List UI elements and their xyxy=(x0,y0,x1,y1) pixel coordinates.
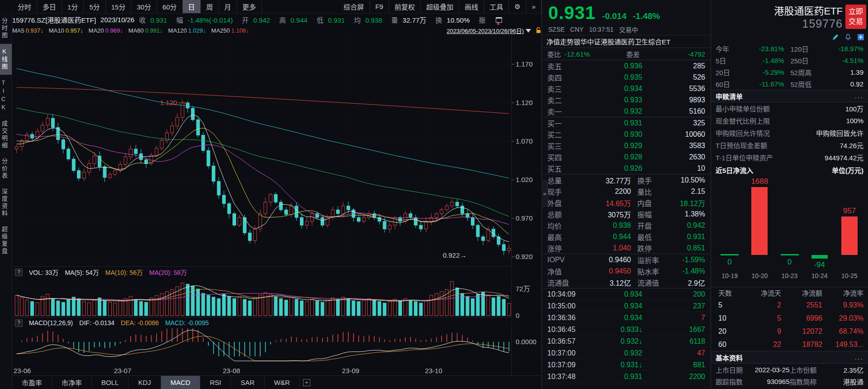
period-tab-30分[interactable]: 30分 xyxy=(131,0,157,13)
svg-text:23-10: 23-10 xyxy=(425,367,442,375)
orderbook-row-卖一[interactable]: 卖一0.9325160 xyxy=(542,106,711,117)
tool-画线[interactable]: 画线 xyxy=(459,0,484,13)
flows-title: 近5日净流入 xyxy=(716,165,753,175)
svg-text:0: 0 xyxy=(516,312,519,319)
tick-list[interactable]: 10:34:090.93420010:35:000.93423710:36:36… xyxy=(542,288,711,383)
sidebar-item-深度资料[interactable]: 深度资料 xyxy=(0,184,12,222)
tick-row[interactable]: 10:36:570.932↓6118 xyxy=(542,336,711,347)
indicator-tab-W&R[interactable]: W&R xyxy=(265,376,300,389)
period-tab-1分[interactable]: 1分 xyxy=(62,0,84,13)
tick-row[interactable]: 10:34:090.934200 xyxy=(542,288,711,300)
column-header: 净流天 xyxy=(740,288,781,298)
section-title: 基本资料 xyxy=(716,353,743,362)
tick-time: 10:37:09 xyxy=(547,361,589,369)
tick-row[interactable]: 10:36:360.9347 xyxy=(542,312,711,324)
info-item-振: 振 xyxy=(479,15,490,24)
panel-expander[interactable]: » xyxy=(541,180,548,207)
orderbook-row-卖二[interactable]: 卖二0.9339893 xyxy=(542,94,711,106)
help-icon[interactable]: ? xyxy=(15,319,23,327)
edit-icon[interactable] xyxy=(832,34,839,41)
kline-chart-area[interactable]: 1.1701.1201.0701.0200.9700.92023-0623-07… xyxy=(12,35,541,375)
indicator-tab-SAR[interactable]: SAR xyxy=(231,376,265,389)
tick-row[interactable]: 10:36:450.933↓1667 xyxy=(542,324,711,336)
date-range-selector[interactable]: 2023/06/05-2023/10/26(96日) xyxy=(446,26,541,35)
sidebar-item-TICK[interactable]: TICK xyxy=(0,75,12,116)
flow-bar-10-23: 010-23 xyxy=(774,176,804,287)
orderbook-row-买五[interactable]: 买五0.92610 xyxy=(542,163,711,174)
stat-value: 2.9亿 xyxy=(667,277,705,288)
outflow-bar xyxy=(811,255,828,259)
period-tab-多日[interactable]: 多日 xyxy=(37,0,62,13)
orderbook-row-卖三[interactable]: 卖三0.9345536 xyxy=(542,83,711,94)
more-tools-icon[interactable]: » xyxy=(526,0,541,13)
indicator-tab-市盈率[interactable]: 市盈率 xyxy=(12,376,52,389)
svg-text:1.170: 1.170 xyxy=(516,60,533,68)
indicator-tab-MACD[interactable]: MACD xyxy=(161,376,200,389)
exchange: SZSE xyxy=(548,26,565,33)
trade-now-button[interactable]: 立即交易 xyxy=(845,5,866,29)
svg-text:0.922→: 0.922→ xyxy=(443,251,467,259)
return-label: 60日 xyxy=(716,79,741,89)
mini-window-icon[interactable] xyxy=(496,17,502,23)
tool-综合屏[interactable]: 综合屏 xyxy=(338,0,370,13)
period-tab-更多[interactable]: 更多 xyxy=(237,0,262,13)
cell-netamount: 12072 xyxy=(781,327,822,336)
more-ellipsis[interactable]: ... xyxy=(855,353,863,361)
market-meta: SZSE CNY 10:37:51 交易中 xyxy=(542,24,711,35)
period-tab-周[interactable]: 周 xyxy=(201,0,219,13)
weibi-label: 委比 xyxy=(547,49,561,59)
more-ellipsis[interactable]: ... xyxy=(855,92,863,100)
add-plus-icon[interactable] xyxy=(857,34,864,41)
indicator-tab-市净率[interactable]: 市净率 xyxy=(52,376,92,389)
indicator-tab-BOLL[interactable]: BOLL xyxy=(92,376,128,389)
sidebar-item-K线图[interactable]: K线图 xyxy=(0,44,12,75)
alert-bell-icon[interactable] xyxy=(844,34,852,41)
tool-F9[interactable]: F9 xyxy=(370,0,389,13)
date-range-label[interactable]: 2023/06/05-2023/10/26(96日) xyxy=(446,26,524,35)
tool-前复权[interactable]: 前复权 xyxy=(389,0,421,13)
flows-unit: 单位(万元) xyxy=(832,165,863,175)
period-tab-5分[interactable]: 5分 xyxy=(84,0,105,13)
sidebar-item-成交明细[interactable]: 成交明细 xyxy=(0,116,12,154)
orderbook-row-买二[interactable]: 买二0.93010060 xyxy=(542,129,711,140)
indicator-tab-RSI[interactable]: RSI xyxy=(200,376,231,389)
shenshu-row-申购赎回允许情况: 申购赎回允许情况申购赎回皆允许 xyxy=(711,127,868,139)
period-tab-分时[interactable]: 分时 xyxy=(12,0,37,13)
orderbook-row-买四[interactable]: 买四0.9282630 xyxy=(542,151,711,163)
kv-label: 现金替代比例上限 xyxy=(716,116,770,125)
tick-row[interactable]: 10:37:480.9312200 xyxy=(542,371,711,383)
sidebar-item-分时图[interactable]: 分时图 xyxy=(0,14,12,44)
orderbook-row-卖五[interactable]: 卖五0.936285 xyxy=(542,60,711,72)
stat-value: 0.851 xyxy=(667,244,705,252)
tick-row[interactable]: 10:35:000.934237 xyxy=(542,300,711,312)
shenshu-section-header: 申赎清单 ... xyxy=(711,90,868,102)
orderbook-row-卖四[interactable]: 卖四0.935526 xyxy=(542,72,711,83)
nav-link[interactable]: 净值走势银华中证港股通医药卫生综合ET xyxy=(542,35,711,48)
tick-row[interactable]: 10:37:090.931↓881 xyxy=(542,359,711,371)
return-row-5日: 5日-1.48%250日-4.51% xyxy=(711,54,868,66)
add-indicator-button[interactable]: + xyxy=(300,376,313,389)
unlock-icon[interactable] xyxy=(536,27,541,34)
info-label: 均 xyxy=(354,16,360,24)
chevron-down-icon[interactable] xyxy=(526,29,531,33)
period-tab-60分[interactable]: 60分 xyxy=(157,0,183,13)
tick-row[interactable]: 10:37:000.93247 xyxy=(542,347,711,359)
orderbook-row-买一[interactable]: 买一0.931325 xyxy=(542,117,711,129)
gear-icon[interactable]: ⚙ xyxy=(509,0,526,13)
tool-超级叠加[interactable]: 超级叠加 xyxy=(421,0,459,13)
help-icon[interactable]: ? xyxy=(15,269,23,276)
flow-value: 957 xyxy=(835,207,864,216)
stat-label: 开盘 xyxy=(631,220,667,231)
sidebar-item-超级复盘[interactable]: 超级复盘 xyxy=(0,222,12,259)
net-inflow-table: 天数净流天净流额净流率5225519.93%105699629.03%20912… xyxy=(711,287,868,351)
period-tab-日[interactable]: 日 xyxy=(183,0,201,13)
period-tab-月[interactable]: 月 xyxy=(219,0,237,13)
indicator-tab-KDJ[interactable]: KDJ xyxy=(128,376,161,389)
tick-volume: 237 xyxy=(642,302,705,310)
period-tab-15分[interactable]: 15分 xyxy=(106,0,132,13)
orderbook-row-买三[interactable]: 买三0.9293583 xyxy=(542,140,711,151)
return-value: 1.39 xyxy=(821,68,864,76)
quick-icons xyxy=(711,32,868,43)
tool-工具[interactable]: 工具 xyxy=(484,0,509,13)
sidebar-item-分价表[interactable]: 分价表 xyxy=(0,154,12,184)
